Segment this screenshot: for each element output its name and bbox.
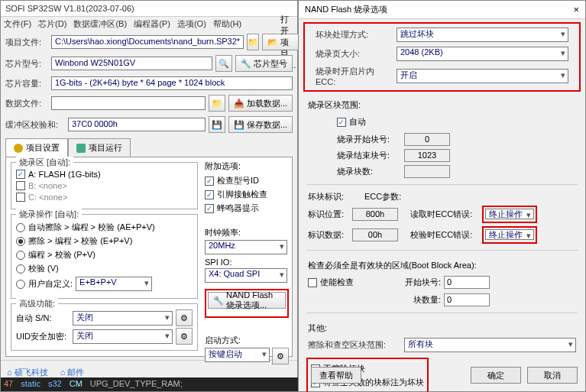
menu-help[interactable]: 帮助(H) xyxy=(213,19,241,28)
main-title: SOFI SP32SW V1.81(2023-07-06) xyxy=(1,1,297,17)
cancel-button[interactable]: 取消 xyxy=(527,367,578,384)
data-file-label: 数据文件: xyxy=(5,98,48,109)
chip-model-input[interactable]: Winbond W25N01GV xyxy=(51,57,212,70)
mark-count-input[interactable]: 00h xyxy=(352,228,398,241)
buzzer-checkbox[interactable]: ✓ xyxy=(205,204,214,213)
save-data-button[interactable]: 💾 保存数据... xyxy=(228,116,293,133)
burn-op-group: 烧录操作 [自动]: 自动擦除 > 编程 > 校验 (AE+P+V) 擦除 > … xyxy=(11,214,198,299)
chip-model-label: 芯片型号: xyxy=(5,58,48,70)
chip-capacity-label: 芯片容量: xyxy=(5,78,48,89)
project-file-label: 项目文件: xyxy=(5,37,48,48)
bad-block-select[interactable]: 跳过坏块 xyxy=(397,28,568,42)
menu-options[interactable]: 选项(O) xyxy=(177,19,206,28)
page-size-select[interactable]: 2048 (2KB) xyxy=(397,47,568,61)
tab-run[interactable]: 项目运行 xyxy=(68,138,131,157)
read-ecc-select[interactable]: 终止操作 xyxy=(485,209,534,219)
start-mode-select[interactable]: 按键启动 xyxy=(205,348,270,362)
block-count-input xyxy=(404,165,450,178)
area-b-checkbox[interactable] xyxy=(16,181,25,190)
load-data-button[interactable]: 📥 加载数据... xyxy=(228,95,293,112)
erase-range-select[interactable]: 所有块 xyxy=(404,338,576,352)
chip-lookup-icon[interactable]: 🔍 xyxy=(215,55,232,72)
check-id-checkbox[interactable]: ✓ xyxy=(205,177,214,186)
buffer-checksum-input: 37C0 0000h xyxy=(68,118,206,131)
user-def-select[interactable]: E+B+P+V xyxy=(76,277,152,291)
data-file-input[interactable] xyxy=(51,96,206,110)
menu-file[interactable]: 文件(F) xyxy=(4,19,31,28)
spi-io-select[interactable]: X4: Quad SPI xyxy=(205,268,287,283)
boot-count-input[interactable]: 0 xyxy=(444,293,490,306)
op-auto-erase-radio[interactable] xyxy=(16,223,25,232)
clock-select[interactable]: 20MHz xyxy=(205,240,287,254)
statusbar: 47 static s32 CM UPG_DEV_TYPE_RAM; xyxy=(1,377,299,391)
pin-check-checkbox[interactable]: ✓ xyxy=(205,190,214,199)
dialog-title: NAND Flash 烧录选项 xyxy=(305,4,387,15)
right-column: 附加选项: ✓检查型号ID ✓引脚接触检查 ✓蜂鸣器提示 时钟频率: 20MHz… xyxy=(205,160,289,368)
open-project-button[interactable]: 📂 打开项目文... xyxy=(262,34,301,50)
advanced-group: 高级功能: 自动 S/N:关闭⚙ UID安全加密:关闭⚙ xyxy=(11,303,198,351)
project-file-input[interactable]: C:\Users\hao.xiong\Documents\nand_burn.S… xyxy=(51,35,244,49)
browse-data-icon[interactable]: 📁 xyxy=(209,95,225,112)
settings-panel: 烧录区 [自动]: ✓A: FLASH (1G-bits) B: <none> … xyxy=(5,157,293,357)
mark-pos-input[interactable]: 800h xyxy=(352,208,398,221)
help-button[interactable]: 查看帮助 xyxy=(311,367,361,384)
menu-chip[interactable]: 芯片(D) xyxy=(38,19,66,28)
auto-range-checkbox[interactable]: ✓ xyxy=(337,118,346,127)
ok-button[interactable]: 确定 xyxy=(471,367,521,384)
enable-check-checkbox[interactable] xyxy=(308,278,317,287)
close-icon[interactable]: × xyxy=(573,4,579,15)
link-mail[interactable]: 邮件 xyxy=(60,367,85,378)
chip-model-button[interactable]: 🔧 芯片型号 xyxy=(235,55,293,72)
auto-sn-select[interactable]: 关闭 xyxy=(73,311,173,326)
menu-buffer[interactable]: 数据缓冲区(B) xyxy=(73,19,127,28)
op-user-def-radio[interactable] xyxy=(16,280,25,289)
nand-options-dialog: NAND Flash 烧录选项 × 坏块处理方式:跳过坏块 烧录页大小:2048… xyxy=(298,0,586,392)
run-icon xyxy=(76,144,86,153)
area-c-checkbox[interactable] xyxy=(16,193,25,202)
op-verify-radio[interactable] xyxy=(16,264,25,274)
tabs: 项目设置 项目运行 xyxy=(5,138,293,157)
buffer-checksum-label: 缓冲区校验和: xyxy=(5,119,65,131)
nand-options-button[interactable]: 🔧 NAND Flash 烧录选项... xyxy=(208,292,286,309)
uid-config-icon[interactable]: ⚙ xyxy=(176,328,193,345)
ecc-select[interactable]: 开启 xyxy=(397,69,568,83)
link-tech[interactable]: 硕飞科技 xyxy=(7,367,48,378)
save-data-icon[interactable]: 💾 xyxy=(209,116,225,133)
area-a-checkbox[interactable]: ✓ xyxy=(16,170,25,179)
gear-icon xyxy=(14,144,23,153)
verify-ecc-select[interactable]: 终止操作 xyxy=(485,229,534,240)
chip-capacity-input: 1G-bits - (2K+64) byte * 64 page * 1024 … xyxy=(51,76,293,90)
start-mode-config-icon[interactable]: ⚙ xyxy=(272,348,289,364)
boot-start-input[interactable]: 0 xyxy=(444,276,490,289)
end-block-input: 1023 xyxy=(404,149,450,162)
auto-sn-config-icon[interactable]: ⚙ xyxy=(176,309,193,326)
menubar: 文件(F) 芯片(D) 数据缓冲区(B) 编程器(P) 选项(O) 帮助(H) xyxy=(1,17,297,31)
uid-select[interactable]: 关闭 xyxy=(73,329,173,344)
op-erase-prog-radio[interactable] xyxy=(16,237,25,246)
main-window: SOFI SP32SW V1.81(2023-07-06) 文件(F) 芯片(D… xyxy=(0,0,298,392)
op-prog-ver-radio[interactable] xyxy=(16,251,25,260)
browse-project-icon[interactable]: 📁 xyxy=(247,34,259,50)
burn-area-group: 烧录区 [自动]: ✓A: FLASH (1G-bits) B: <none> … xyxy=(11,162,198,209)
tab-settings[interactable]: 项目设置 xyxy=(5,138,68,157)
start-block-input: 0 xyxy=(404,133,450,146)
menu-programmer[interactable]: 编程器(P) xyxy=(134,19,170,28)
